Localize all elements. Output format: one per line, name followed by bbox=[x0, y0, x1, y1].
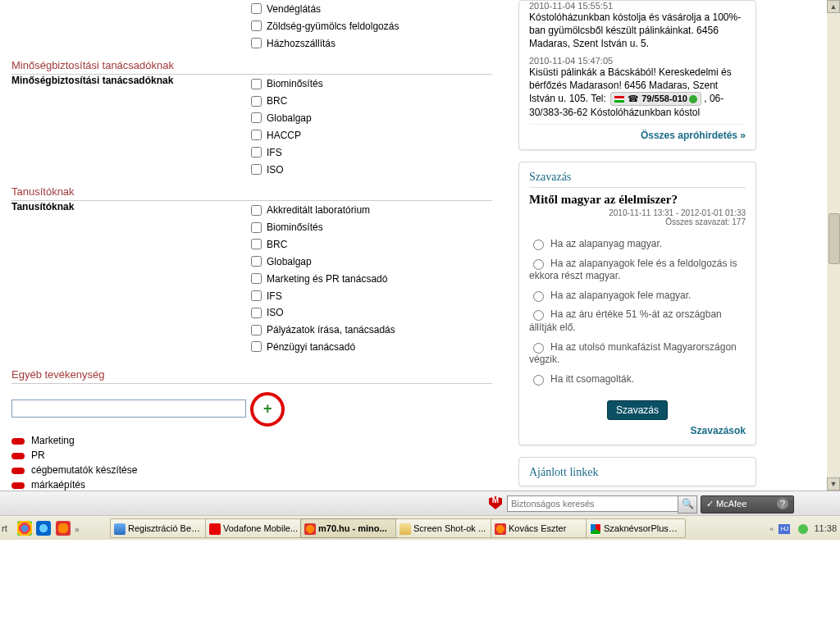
checkbox-row: Marketing és PR tanácsadó bbox=[251, 270, 492, 287]
blank-area bbox=[0, 540, 840, 630]
checkbox-label: Biominősítés bbox=[267, 78, 323, 89]
start-fragment[interactable]: rt bbox=[0, 516, 11, 541]
checkbox[interactable] bbox=[251, 38, 262, 48]
checkbox[interactable] bbox=[251, 341, 262, 352]
checkbox[interactable] bbox=[251, 96, 262, 107]
checkbox-label: Akkreditált laboratórium bbox=[267, 204, 370, 216]
taskbar-task[interactable]: SzaknévsorPlusz ... bbox=[586, 518, 686, 538]
scroll-thumb[interactable] bbox=[829, 213, 840, 264]
poll-radio[interactable] bbox=[533, 259, 544, 270]
checkbox[interactable] bbox=[251, 325, 262, 336]
remove-tag-button[interactable] bbox=[11, 438, 25, 445]
system-tray: « HJ 11:38 bbox=[769, 516, 837, 541]
tag-label: cégbemutatók készítése bbox=[31, 464, 137, 476]
ad-timestamp: 2010-11-04 15:55:51 bbox=[529, 1, 746, 11]
poll-meta: 2010-11-11 13:31 - 2012-01-01 01:33 Össz… bbox=[529, 208, 746, 226]
tray-expand-icon[interactable]: « bbox=[769, 525, 774, 533]
poll-option[interactable]: Ha az alapanyagok fele és a feldolgozás … bbox=[529, 254, 746, 286]
task-icon bbox=[399, 523, 411, 535]
quick-launch-more[interactable]: » bbox=[75, 521, 89, 536]
poll-option[interactable]: Ha az alapanyagok fele magyar. bbox=[529, 286, 746, 306]
checkbox[interactable] bbox=[251, 164, 262, 175]
tag-item: Marketing bbox=[11, 433, 492, 448]
checkbox-label: Házhozszállítás bbox=[267, 37, 336, 48]
ad-phone[interactable]: ☎ 79/558-010 bbox=[610, 92, 701, 106]
help-icon[interactable]: ? bbox=[777, 498, 788, 509]
poll-radio[interactable] bbox=[533, 291, 544, 302]
firefox-icon[interactable] bbox=[56, 521, 71, 536]
taskbar-task[interactable]: Vodafone Mobile... bbox=[205, 518, 305, 538]
task-icon bbox=[209, 523, 221, 535]
task-label: SzaknévsorPlusz ... bbox=[604, 523, 683, 533]
task-icon bbox=[304, 523, 316, 535]
task-label: Vodafone Mobile... bbox=[223, 523, 298, 533]
page-content: VendéglátásZöldség-gyümölcs feldolgozásH… bbox=[0, 0, 788, 491]
mcafee-brand-button[interactable]: ✓ McAfee? bbox=[701, 495, 794, 514]
checkbox[interactable] bbox=[251, 112, 262, 123]
poll-option[interactable]: Ha itt csomagolták. bbox=[529, 370, 746, 390]
poll-radio[interactable] bbox=[533, 240, 544, 250]
task-label: Kovács Eszter bbox=[509, 523, 566, 533]
ad-timestamp: 2010-11-04 15:47:05 bbox=[529, 56, 746, 66]
remove-tag-button[interactable] bbox=[11, 453, 25, 459]
checkbox[interactable] bbox=[251, 3, 262, 14]
checkbox[interactable] bbox=[251, 222, 262, 233]
ad-text: Kisüsti pálinkák a Bácskából! Kereskedel… bbox=[529, 66, 746, 119]
poll-option[interactable]: Ha az áru értéke 51 %-át az országban ál… bbox=[529, 305, 746, 337]
scroll-down-button[interactable]: ▼ bbox=[827, 477, 840, 491]
remove-tag-button[interactable] bbox=[11, 468, 25, 474]
checkbox-row: Globalgap bbox=[251, 253, 492, 270]
mcafee-search-button[interactable]: 🔍 bbox=[678, 495, 697, 514]
tag-list: MarketingPRcégbemutatók készítésemárkaép… bbox=[11, 433, 492, 491]
poll-more-link[interactable]: Szavazások bbox=[529, 425, 746, 436]
taskbar-task[interactable]: m70.hu - mino... bbox=[300, 518, 400, 538]
checkbox-label: Zöldség-gyümölcs feldolgozás bbox=[267, 21, 399, 32]
checkbox[interactable] bbox=[251, 290, 262, 301]
checkbox[interactable] bbox=[251, 273, 262, 284]
checkbox-row: ISO bbox=[251, 161, 492, 178]
checkbox[interactable] bbox=[251, 205, 262, 216]
section-title-tanusit: Tanusítóknak bbox=[11, 180, 492, 201]
poll-vote-count: Összes szavazat: 177 bbox=[665, 217, 746, 226]
tag-item: márkaépítés bbox=[11, 477, 492, 491]
checkbox-row: Biominősítés bbox=[251, 218, 492, 235]
taskbar-task[interactable]: Screen Shot-ok ... bbox=[395, 518, 495, 538]
taskbar-task[interactable]: Regisztráció Bem... bbox=[110, 518, 210, 538]
row-tanusit: Tanusítóknak Akkreditált laboratóriumBio… bbox=[11, 201, 492, 354]
chrome-icon[interactable] bbox=[17, 521, 32, 536]
checkbox[interactable] bbox=[251, 130, 262, 140]
task-label: Screen Shot-ok ... bbox=[413, 523, 486, 533]
all-ads-link[interactable]: Összes apróhirdetés » bbox=[529, 124, 746, 141]
checkbox-group-minoseg: BiominősítésBRCGlobalgapHACCPIFSISO bbox=[251, 75, 492, 177]
checkbox-label: Vendéglátás bbox=[267, 3, 321, 15]
add-activity-button[interactable] bbox=[250, 392, 285, 427]
poll-radio[interactable] bbox=[533, 343, 544, 354]
checkbox[interactable] bbox=[251, 239, 262, 249]
poll-submit-button[interactable]: Szavazás bbox=[607, 400, 668, 420]
tag-label: Marketing bbox=[31, 435, 75, 446]
poll-radio[interactable] bbox=[533, 375, 544, 386]
checkbox[interactable] bbox=[251, 147, 262, 158]
mcafee-dropdown-icon[interactable]: ▼ bbox=[788, 498, 796, 507]
poll-radio[interactable] bbox=[533, 310, 544, 321]
section-title-minoseg: Minőségbiztosítási tanácsadóknak bbox=[11, 54, 492, 75]
clock: 11:38 bbox=[814, 523, 837, 533]
other-activity-input[interactable] bbox=[11, 399, 246, 418]
poll-option[interactable]: Ha az alapanyag magyar. bbox=[529, 235, 746, 254]
vertical-scrollbar[interactable]: ▲ ▼ bbox=[827, 0, 840, 491]
checkbox[interactable] bbox=[251, 308, 262, 318]
poll-question: Mitől magyar az élelmiszer? bbox=[529, 193, 746, 207]
phone-status-icon bbox=[689, 95, 697, 103]
tray-status-icon[interactable] bbox=[798, 524, 808, 534]
taskbar-task[interactable]: Kovács Eszter bbox=[491, 518, 591, 538]
mcafee-search-input[interactable] bbox=[507, 495, 681, 512]
ie-icon[interactable] bbox=[36, 521, 51, 536]
checkbox[interactable] bbox=[251, 256, 262, 267]
poll-option[interactable]: Ha az utolsó munkafázist Magyarországon … bbox=[529, 338, 746, 370]
remove-tag-button[interactable] bbox=[11, 482, 25, 489]
language-indicator[interactable]: HJ bbox=[778, 524, 790, 534]
checkbox-row: Pénzügyi tanácsadó bbox=[251, 338, 492, 355]
checkbox[interactable] bbox=[251, 79, 262, 89]
checkbox[interactable] bbox=[251, 21, 262, 31]
scroll-up-button[interactable]: ▲ bbox=[827, 0, 840, 13]
